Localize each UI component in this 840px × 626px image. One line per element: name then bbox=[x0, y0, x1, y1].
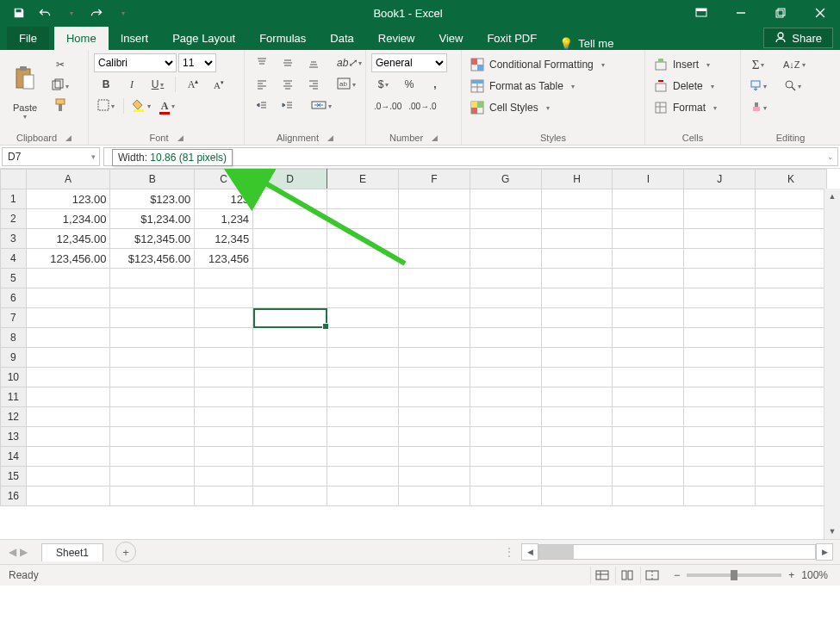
tab-insert[interactable]: Insert bbox=[109, 27, 161, 50]
cell-F15[interactable] bbox=[398, 467, 470, 487]
cell-E4[interactable] bbox=[327, 249, 399, 269]
zoom-in-button[interactable]: + bbox=[788, 569, 794, 581]
column-header-E[interactable]: E bbox=[327, 170, 399, 189]
sheet-nav-next-icon[interactable]: ▶ bbox=[20, 546, 28, 558]
cell-D8[interactable] bbox=[253, 328, 327, 348]
format-painter-button[interactable] bbox=[48, 96, 72, 115]
cell-K7[interactable] bbox=[756, 308, 827, 328]
cell-D14[interactable] bbox=[253, 447, 327, 467]
column-header-H[interactable]: H bbox=[541, 170, 613, 189]
row-header-2[interactable]: 2 bbox=[1, 209, 27, 229]
cell-F5[interactable] bbox=[398, 269, 470, 288]
close-button[interactable] bbox=[800, 0, 840, 26]
decrease-indent-button[interactable] bbox=[250, 96, 274, 115]
cell-B11[interactable] bbox=[110, 387, 195, 407]
cell-J13[interactable] bbox=[684, 427, 756, 447]
tab-data[interactable]: Data bbox=[318, 27, 365, 50]
wrap-text-button[interactable]: ab bbox=[334, 75, 358, 94]
cell-B4[interactable]: $123,456.00 bbox=[110, 249, 195, 269]
sort-filter-button[interactable]: A↓Z bbox=[781, 55, 808, 74]
number-format-select[interactable]: General bbox=[371, 53, 447, 72]
share-button[interactable]: Share bbox=[763, 28, 833, 48]
cell-J8[interactable] bbox=[684, 328, 756, 348]
cell-D11[interactable] bbox=[253, 387, 327, 407]
cell-G7[interactable] bbox=[470, 308, 541, 328]
tell-me[interactable]: 💡 Tell me bbox=[559, 37, 613, 50]
cell-D7[interactable] bbox=[253, 308, 327, 328]
fill-color-button[interactable] bbox=[129, 96, 153, 115]
row-header-15[interactable]: 15 bbox=[1, 467, 27, 487]
row-header-3[interactable]: 3 bbox=[1, 229, 27, 249]
cell-E11[interactable] bbox=[327, 387, 399, 407]
cell-E14[interactable] bbox=[327, 447, 399, 467]
ribbon-display-options-icon[interactable] bbox=[681, 0, 721, 26]
accounting-format-button[interactable]: $ bbox=[371, 75, 395, 94]
row-header-13[interactable]: 13 bbox=[1, 427, 27, 447]
cell-K5[interactable] bbox=[756, 269, 827, 288]
row-header-9[interactable]: 9 bbox=[1, 348, 27, 368]
cell-B16[interactable] bbox=[110, 487, 195, 506]
cell-E15[interactable] bbox=[327, 467, 399, 487]
cell-H5[interactable] bbox=[541, 269, 613, 288]
cell-E10[interactable] bbox=[327, 368, 399, 387]
column-header-I[interactable]: I bbox=[613, 170, 684, 189]
cell-J15[interactable] bbox=[684, 467, 756, 487]
restore-button[interactable] bbox=[761, 0, 800, 26]
cell-E9[interactable] bbox=[327, 348, 399, 368]
cell-I6[interactable] bbox=[613, 288, 684, 308]
column-header-K[interactable]: K bbox=[756, 170, 827, 189]
cell-K10[interactable] bbox=[756, 368, 827, 387]
cell-H4[interactable] bbox=[541, 249, 613, 269]
increase-decimal-button[interactable]: .0→.00 bbox=[371, 96, 404, 115]
column-header-B[interactable]: B bbox=[110, 170, 195, 189]
cell-A8[interactable] bbox=[26, 328, 110, 348]
fill-button[interactable] bbox=[746, 77, 770, 96]
cell-H13[interactable] bbox=[541, 427, 613, 447]
decrease-font-button[interactable]: A▾ bbox=[207, 75, 231, 94]
sheet-nav-prev-icon[interactable]: ◀ bbox=[9, 546, 16, 558]
cell-G6[interactable] bbox=[470, 288, 541, 308]
cell-G5[interactable] bbox=[470, 269, 541, 288]
align-left-button[interactable] bbox=[250, 75, 274, 94]
scroll-down-icon[interactable]: ▼ bbox=[824, 524, 840, 539]
cell-I15[interactable] bbox=[613, 467, 684, 487]
cell-A7[interactable] bbox=[26, 308, 110, 328]
cell-F9[interactable] bbox=[398, 348, 470, 368]
cell-B13[interactable] bbox=[110, 427, 195, 447]
tab-view[interactable]: View bbox=[426, 27, 475, 50]
cell-E3[interactable] bbox=[327, 229, 399, 249]
cell-J16[interactable] bbox=[684, 487, 756, 506]
cell-B3[interactable]: $12,345.00 bbox=[110, 229, 195, 249]
insert-cells-button[interactable]: Insert bbox=[650, 55, 720, 74]
cell-G16[interactable] bbox=[470, 487, 541, 506]
horizontal-scrollbar[interactable] bbox=[538, 544, 816, 560]
copy-button[interactable] bbox=[48, 76, 72, 95]
row-header-5[interactable]: 5 bbox=[1, 269, 27, 288]
increase-font-button[interactable]: A▴ bbox=[181, 75, 205, 94]
cell-C12[interactable] bbox=[195, 407, 253, 427]
cell-H1[interactable] bbox=[541, 189, 613, 209]
cell-K3[interactable] bbox=[756, 229, 827, 249]
cell-H14[interactable] bbox=[541, 447, 613, 467]
zoom-out-button[interactable]: − bbox=[674, 569, 680, 581]
cell-E7[interactable] bbox=[327, 308, 399, 328]
row-header-16[interactable]: 16 bbox=[1, 487, 27, 506]
cell-H8[interactable] bbox=[541, 328, 613, 348]
cell-C9[interactable] bbox=[195, 348, 253, 368]
column-header-J[interactable]: J bbox=[684, 170, 756, 189]
cell-K14[interactable] bbox=[756, 447, 827, 467]
cell-F12[interactable] bbox=[398, 407, 470, 427]
cell-A4[interactable]: 123,456.00 bbox=[26, 249, 110, 269]
borders-button[interactable] bbox=[94, 96, 118, 115]
cell-A15[interactable] bbox=[26, 467, 110, 487]
cell-F3[interactable] bbox=[398, 229, 470, 249]
font-color-button[interactable]: A bbox=[155, 96, 179, 115]
column-header-F[interactable]: F bbox=[398, 170, 470, 189]
cell-I12[interactable] bbox=[613, 407, 684, 427]
cell-D2[interactable] bbox=[253, 209, 327, 229]
align-top-button[interactable] bbox=[250, 53, 274, 72]
cell-C8[interactable] bbox=[195, 328, 253, 348]
cell-G4[interactable] bbox=[470, 249, 541, 269]
cell-B2[interactable]: $1,234.00 bbox=[110, 209, 195, 229]
cell-D4[interactable] bbox=[253, 249, 327, 269]
